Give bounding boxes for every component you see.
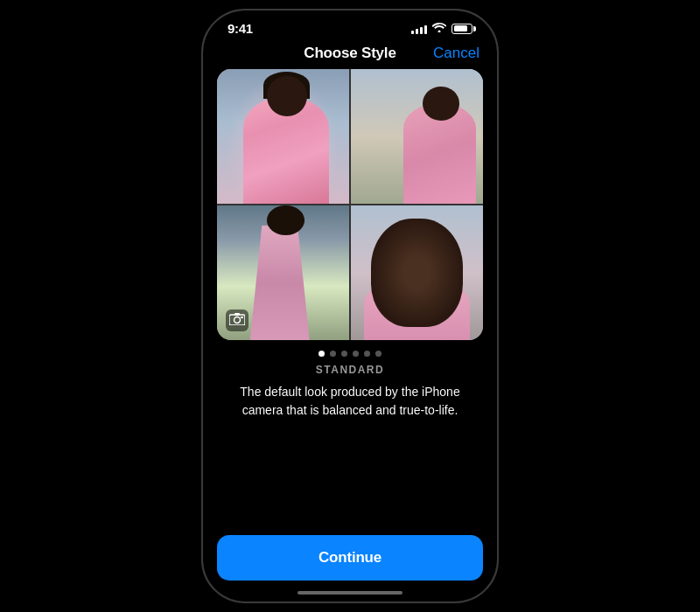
photo-cell-4	[351, 205, 483, 340]
phone-screen: 9:41 Choose Style Cance	[203, 10, 497, 602]
photo-grid	[217, 69, 483, 340]
camera-overlay-icon	[226, 309, 248, 331]
dot-2[interactable]	[330, 351, 336, 357]
wifi-icon	[432, 22, 446, 35]
content-area: STANDARD The default look produced by th…	[203, 69, 497, 602]
status-time: 9:41	[228, 21, 253, 36]
home-indicator	[298, 591, 402, 595]
signal-icon	[411, 24, 427, 34]
nav-title: Choose Style	[304, 45, 396, 62]
style-name: STANDARD	[316, 364, 384, 376]
dynamic-island	[302, 19, 398, 47]
battery-icon	[452, 24, 472, 34]
photo-cell-1	[217, 69, 349, 204]
continue-button[interactable]: Continue	[217, 535, 483, 581]
dot-6[interactable]	[375, 351, 382, 357]
dot-3[interactable]	[341, 351, 347, 357]
dot-1[interactable]	[318, 351, 325, 357]
svg-point-1	[234, 317, 241, 323]
style-description: The default look produced by the iPhone …	[217, 383, 483, 420]
svg-rect-3	[241, 316, 243, 318]
cancel-button[interactable]: Cancel	[433, 45, 480, 62]
phone-frame: 9:41 Choose Style Cance	[201, 9, 499, 603]
photo-cell-2	[351, 69, 483, 204]
dot-4[interactable]	[353, 351, 359, 357]
photo-cell-3	[217, 205, 349, 340]
svg-rect-2	[234, 313, 240, 316]
pagination-dots	[318, 351, 382, 357]
dot-5[interactable]	[364, 351, 370, 357]
status-icons	[411, 22, 472, 35]
